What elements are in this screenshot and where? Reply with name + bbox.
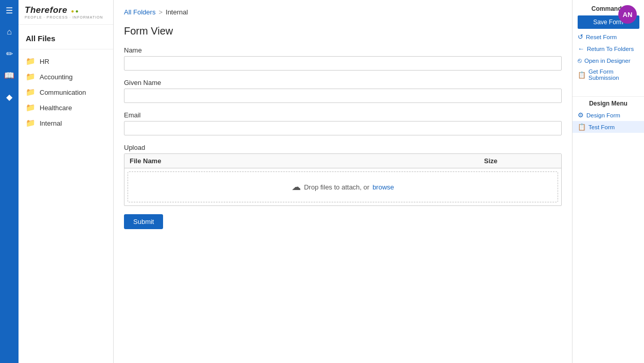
return-folders-label: Return To Folders: [587, 46, 634, 52]
dropzone-text: Drop files to attach, or: [304, 183, 369, 191]
size-column-header: Size: [479, 154, 561, 168]
sidebar-item-label: Communication: [40, 89, 86, 96]
top-bar: AN: [618, 5, 637, 24]
back-icon: ←: [578, 45, 584, 53]
design-form-button[interactable]: ⚙ Design Form: [573, 109, 644, 121]
sidebar-item-label: Healthcare: [40, 104, 72, 112]
email-field-group: Email: [124, 111, 562, 135]
reset-form-label: Reset Form: [586, 34, 617, 40]
hamburger-icon[interactable]: ☰: [3, 4, 15, 16]
folder-icon: 📁: [26, 88, 35, 97]
folder-icon: 📁: [26, 118, 35, 128]
submit-button[interactable]: Submit: [124, 214, 163, 229]
open-in-designer-button[interactable]: ⎋ Open in Designer: [573, 55, 644, 66]
logo-tagline: PEOPLE · PROCESS · INFORMATION: [25, 15, 107, 19]
name-input[interactable]: [124, 56, 562, 71]
get-form-submission-button[interactable]: 📋 Get Form Submission: [573, 66, 644, 83]
design-menu-section: Design Menu ⚙ Design Form 📋 Test Form: [573, 87, 644, 137]
designer-icon: ⎋: [578, 57, 582, 64]
sidebar-item-healthcare[interactable]: 📁 Healthcare: [19, 100, 113, 115]
name-label: Name: [124, 46, 562, 54]
breadcrumb-separator: >: [158, 8, 163, 16]
sidebar-item-communication[interactable]: 📁 Communication: [19, 84, 113, 100]
get-submission-label: Get Form Submission: [588, 68, 639, 81]
name-field-group: Name: [124, 46, 562, 71]
design-menu-title: Design Menu: [573, 96, 644, 107]
sidebar-item-label: HR: [40, 58, 49, 65]
home-icon[interactable]: ⌂: [3, 26, 15, 38]
design-form-label: Design Form: [586, 112, 620, 118]
breadcrumb: All Folders > Internal: [114, 0, 572, 20]
nav-items-list: 📁 HR 📁 Accounting 📁 Communication 📁 Heal…: [19, 49, 113, 135]
sidebar: ☰ ⌂ ✏ 📖 ◆: [0, 0, 19, 363]
nav-title: All Files: [19, 25, 113, 49]
email-input[interactable]: [124, 121, 562, 135]
test-form-label: Test Form: [588, 124, 615, 130]
sidebar-item-label: Internal: [40, 119, 62, 127]
email-label: Email: [124, 111, 562, 119]
upload-table: File Name Size ☁ Drop files to attach, o…: [124, 153, 562, 206]
reset-icon: ↺: [578, 33, 583, 41]
browse-link[interactable]: browse: [372, 183, 394, 191]
logo-title: Therefore ● ●: [25, 5, 107, 15]
user-avatar[interactable]: AN: [618, 5, 637, 24]
book-icon[interactable]: 📖: [3, 69, 15, 81]
form-container: Form View Name Given Name Email Upload F…: [114, 20, 572, 363]
right-panel: Commands Save Form ↺ Reset Form ← Return…: [572, 0, 644, 363]
folder-icon: 📁: [26, 103, 35, 112]
return-to-folders-button[interactable]: ← Return To Folders: [573, 43, 644, 55]
reset-form-button[interactable]: ↺ Reset Form: [573, 31, 644, 43]
filename-column-header: File Name: [124, 154, 479, 168]
given-name-field-group: Given Name: [124, 79, 562, 103]
sidebar-item-hr[interactable]: 📁 HR: [19, 54, 113, 69]
sidebar-item-label: Accounting: [40, 73, 73, 81]
design-form-icon: ⚙: [578, 111, 584, 119]
form-title: Form View: [124, 25, 562, 37]
open-designer-label: Open in Designer: [584, 58, 631, 64]
nav-panel: Therefore ● ● PEOPLE · PROCESS · INFORMA…: [19, 0, 114, 363]
edit-icon[interactable]: ✏: [3, 47, 15, 60]
submission-icon: 📋: [578, 71, 586, 79]
folder-icon: 📁: [26, 57, 35, 66]
test-form-button[interactable]: 📋 Test Form: [573, 121, 644, 133]
test-form-icon: 📋: [578, 123, 586, 131]
upload-label: Upload: [124, 144, 562, 151]
main-content: All Folders > Internal Form View Name Gi…: [114, 0, 572, 363]
diamond-icon[interactable]: ◆: [3, 91, 15, 103]
sidebar-item-accounting[interactable]: 📁 Accounting: [19, 69, 113, 84]
upload-dropzone[interactable]: ☁ Drop files to attach, or browse: [128, 171, 558, 202]
breadcrumb-all-folders[interactable]: All Folders: [124, 8, 155, 16]
given-name-input[interactable]: [124, 89, 562, 103]
cloud-upload-icon: ☁: [292, 181, 301, 193]
sidebar-item-internal[interactable]: 📁 Internal: [19, 115, 113, 131]
upload-table-header: File Name Size: [124, 154, 561, 168]
app-logo: Therefore ● ● PEOPLE · PROCESS · INFORMA…: [19, 0, 113, 25]
breadcrumb-current: Internal: [166, 8, 188, 16]
upload-section: Upload File Name Size ☁ Drop files to at…: [124, 144, 562, 206]
given-name-label: Given Name: [124, 79, 562, 87]
folder-icon: 📁: [26, 72, 35, 81]
